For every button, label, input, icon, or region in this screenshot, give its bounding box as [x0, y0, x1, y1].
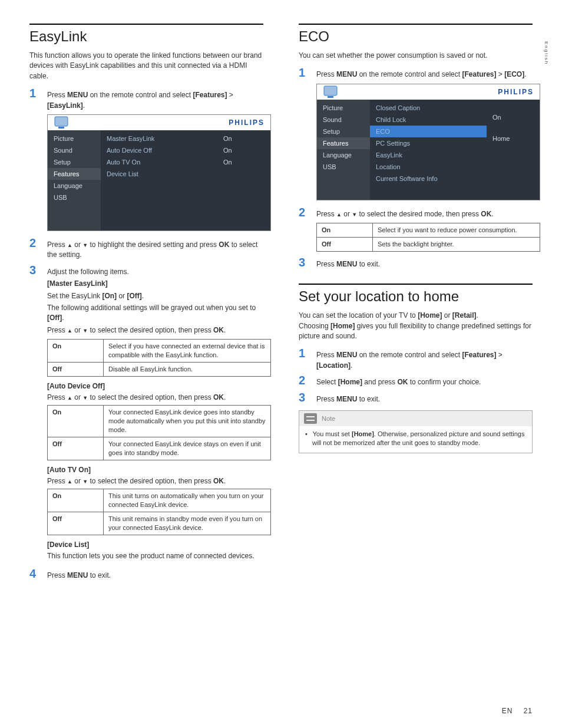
note-box: Note You must set [Home]. Otherwise, per…	[299, 410, 533, 453]
text: .	[477, 311, 478, 319]
text: on the remote control and select	[88, 91, 193, 99]
eco-osd: PHILIPS Picture Sound Setup Features Lan…	[316, 84, 540, 200]
osd-item: Child Lock	[370, 114, 487, 126]
up-arrow-icon	[67, 477, 72, 485]
text: Choosing	[299, 322, 330, 330]
osd-right-col: On Home	[487, 100, 540, 200]
auto-device-off-table: OnYour connected EasyLink device goes in…	[47, 405, 271, 460]
footer-lang: EN	[502, 707, 513, 715]
text: .	[491, 210, 493, 218]
menu-key: MENU	[336, 395, 357, 403]
text: .	[83, 101, 85, 110]
menu-path: [Features]	[462, 70, 496, 78]
master-easylink-table: OnSelect if you have connected an extern…	[47, 339, 271, 377]
text: Press	[316, 351, 336, 359]
option-on: On	[317, 223, 373, 238]
step-number: 2	[299, 374, 309, 386]
text: Press	[47, 571, 67, 579]
text: >	[496, 70, 504, 78]
osd-item: PC Settings	[370, 137, 487, 149]
option-desc: This unit remains in standby mode even i…	[104, 512, 271, 535]
table-row: OffThis unit remains in standby mode eve…	[48, 512, 271, 535]
table-row: OffYour connected EasyLink device stays …	[48, 437, 271, 460]
easylink-step-1: 1 Press MENU on the remote control and s…	[29, 87, 263, 111]
osd-value	[487, 123, 540, 128]
osd-item: USB	[317, 161, 370, 173]
eco-step-2: 2 Press or to select the desired mode, t…	[299, 206, 533, 219]
loc-step-3: 3 Press MENU to exit.	[299, 391, 533, 404]
up-arrow-icon	[336, 210, 342, 218]
easylink-step-4: 4 Press MENU to exit.	[29, 568, 263, 581]
left-column: EasyLink This function allows you to ope…	[29, 24, 263, 584]
svg-rect-1	[58, 127, 64, 129]
osd-value	[487, 128, 540, 133]
osd-value: On	[217, 144, 270, 156]
osd-value: Home	[487, 133, 540, 144]
option-off: Off	[48, 437, 104, 460]
footer-page: 21	[524, 707, 533, 715]
step-number: 3	[29, 264, 40, 276]
osd-item: Picture	[317, 102, 370, 114]
svg-rect-3	[328, 96, 333, 98]
osd-value: On	[487, 111, 540, 123]
option-off: Off	[48, 362, 104, 376]
table-row: OnThis unit turns on automatically when …	[48, 489, 271, 512]
easylink-step-2: 2 Press or to highlight the desired sett…	[29, 237, 263, 261]
option-off: Off	[317, 238, 373, 252]
text: .	[524, 70, 526, 78]
option-on: [On]	[102, 292, 117, 300]
eco-heading: ECO	[299, 24, 533, 45]
text: Set the EasyLink	[47, 292, 102, 300]
text: You can set the location of your TV to	[299, 311, 418, 319]
option-on: On	[48, 406, 104, 437]
text: Press	[316, 395, 336, 403]
text: Press	[47, 393, 67, 401]
step-number: 3	[299, 391, 309, 403]
down-arrow-icon	[82, 393, 88, 401]
menu-path: [EasyLink]	[47, 101, 83, 110]
text: Press	[316, 260, 336, 268]
osd-item: Auto Device Off	[101, 144, 217, 156]
option-desc: Select if you have connected an external…	[104, 340, 271, 363]
option-on: On	[48, 489, 104, 512]
option-off: [Off]	[47, 314, 62, 322]
svg-rect-2	[324, 86, 337, 95]
option-home: [Home]	[352, 430, 374, 437]
down-arrow-icon	[82, 241, 88, 249]
osd-value: On	[217, 156, 270, 168]
eco-intro: You can set whether the power consumptio…	[299, 51, 533, 61]
step-number: 1	[29, 87, 40, 99]
ok-key: OK	[481, 210, 491, 218]
osd-value	[217, 168, 270, 173]
location-heading: Set your location to home	[299, 284, 533, 305]
ok-key: OK	[397, 378, 408, 386]
text: Press	[316, 210, 336, 218]
text: to highlight the desired setting and pre…	[88, 241, 219, 249]
option-home: [Home]	[338, 378, 362, 386]
text: You must set	[313, 430, 352, 437]
osd-item: Current Software Info	[370, 173, 487, 185]
text: to select the desired option, then press	[88, 393, 213, 401]
right-column: ECO You can set whether the power consum…	[299, 24, 533, 584]
text: >	[227, 91, 233, 99]
option-retail: [Retail]	[452, 311, 477, 319]
text: Press	[47, 326, 67, 334]
loc-step-2: 2 Select [Home] and press OK to confirm …	[299, 374, 533, 387]
option-home: [Home]	[418, 311, 442, 319]
text: on the remote control and select	[357, 70, 462, 78]
device-list-text: This function lets you see the product n…	[47, 551, 263, 561]
osd-value	[487, 102, 540, 107]
auto-tv-on-heading: [Auto TV On]	[47, 466, 91, 474]
osd-item: Location	[370, 161, 487, 173]
ok-key: OK	[213, 326, 224, 334]
text: on the remote control and select	[357, 351, 462, 359]
easylink-osd: PHILIPS Picture Sound Setup Features Lan…	[47, 114, 271, 231]
text: Press	[316, 70, 336, 78]
option-home: [Home]	[330, 322, 355, 330]
osd-item: Setup	[317, 126, 370, 137]
ok-key: OK	[219, 241, 229, 249]
easylink-heading: EasyLink	[29, 24, 263, 45]
language-side-tab: English	[544, 41, 549, 65]
menu-key: MENU	[67, 571, 88, 579]
note-header: Note	[299, 411, 532, 426]
